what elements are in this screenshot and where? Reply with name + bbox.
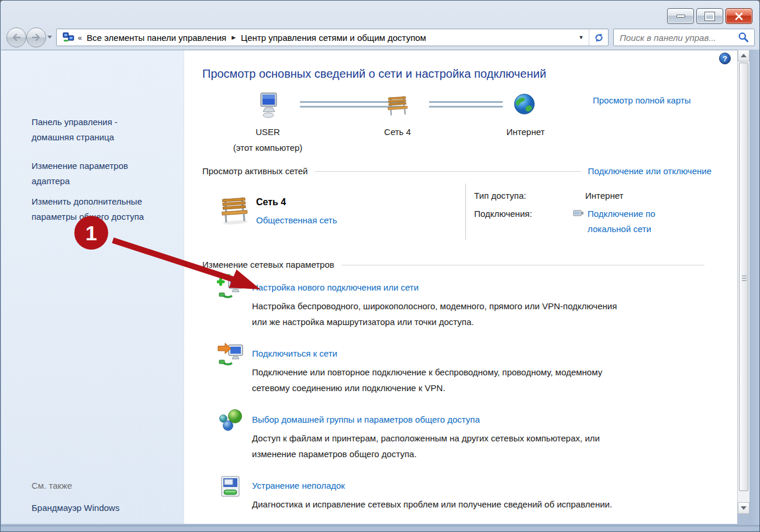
sidebar-item-control-panel-home[interactable]: Панель управления - домашняя страница	[32, 115, 172, 145]
vertical-scrollbar[interactable]	[737, 50, 749, 514]
map-computer-label: USER	[239, 127, 297, 137]
scrollbar-grip-icon	[742, 275, 747, 277]
task-troubleshoot-desc1: Диагностика и исправление сетевых пробле…	[252, 499, 612, 509]
task-homegroup-link[interactable]: Выбор домашней группы и параметров общег…	[252, 414, 480, 424]
help-icon: ?	[723, 54, 727, 63]
connect-disconnect-link[interactable]: Подключение или отключение	[588, 166, 711, 176]
map-link-network-internet	[429, 101, 503, 108]
active-network-bench-icon	[217, 192, 252, 227]
internet-globe-icon[interactable]	[513, 93, 536, 115]
maximize-button[interactable]	[696, 8, 723, 24]
task-connect-desc1: Подключение или повторное подключение к …	[252, 367, 602, 377]
back-arrow-icon	[11, 33, 22, 42]
breadcrumb-item-control-panel[interactable]: Все элементы панели управления	[87, 33, 226, 43]
network-sharing-center-window: « Все элементы панели управления ▶ Центр…	[0, 0, 760, 532]
scrollbar-thumb[interactable]	[739, 63, 748, 491]
refresh-button[interactable]	[589, 29, 608, 46]
back-button[interactable]	[6, 27, 26, 47]
search-input[interactable]	[614, 33, 738, 43]
breadcrumb-separator-icon[interactable]: ▶	[232, 34, 236, 40]
sidebar-item-advanced-sharing-settings[interactable]: Изменить дополнительные параметры общего…	[32, 194, 172, 224]
task-homegroup-desc1: Доступ к файлам и принтерам, расположенн…	[252, 433, 600, 443]
help-button[interactable]: ?	[719, 53, 731, 64]
sidebar: Панель управления - домашняя страница Из…	[1, 50, 184, 524]
network-center-icon	[63, 32, 74, 43]
task-troubleshoot-link[interactable]: Устранение неполадок	[252, 481, 345, 490]
search-box[interactable]	[613, 29, 755, 46]
forward-button[interactable]	[26, 27, 46, 47]
breadcrumb-overflow-chevron[interactable]: «	[78, 33, 82, 42]
task-new-connection-desc1: Настройка беспроводного, широкополосного…	[252, 301, 617, 311]
refresh-icon	[593, 32, 604, 43]
network-settings-header-row: Изменение сетевых параметров	[202, 260, 711, 270]
minimize-button[interactable]	[667, 8, 694, 24]
task-new-connection-desc2: или же настройка маршрутизатора или точк…	[252, 317, 474, 327]
card-divider	[465, 184, 466, 240]
forward-arrow-icon	[31, 33, 42, 42]
map-computer-sublabel: (этот компьютер)	[224, 143, 312, 153]
scroll-up-icon	[741, 54, 747, 57]
recent-pages-dropdown[interactable]	[47, 36, 52, 39]
access-type-label: Тип доступа:	[474, 191, 526, 201]
window-frame-bottom	[1, 525, 759, 532]
troubleshoot-icon[interactable]	[219, 475, 244, 500]
address-dropdown-button[interactable]: ▼	[574, 29, 589, 46]
scroll-down-button[interactable]	[738, 502, 749, 514]
connections-label: Подключения:	[474, 209, 532, 219]
sidebar-item-windows-firewall[interactable]: Брандмауэр Windows	[32, 500, 172, 516]
breadcrumb: « Все элементы панели управления ▶ Центр…	[57, 29, 574, 46]
search-icon[interactable]	[738, 32, 749, 43]
computer-icon[interactable]	[256, 92, 281, 120]
map-network-label: Сеть 4	[368, 127, 427, 137]
breadcrumb-item-network-center[interactable]: Центр управления сетями и общим доступом	[241, 33, 426, 43]
active-networks-header-row: Просмотр активных сетей Подключение или …	[202, 166, 711, 176]
task-connect-link[interactable]: Подключиться к сети	[252, 348, 337, 358]
task-new-connection-link[interactable]: Настройка нового подключения или сети	[252, 282, 419, 292]
lan-connection-link-line2[interactable]: локальной сети	[588, 224, 651, 234]
maximize-icon	[705, 12, 714, 20]
header-rule	[315, 171, 581, 172]
map-internet-label: Интернет	[495, 127, 556, 137]
task-homegroup-desc2: изменение параметров общего доступа.	[252, 449, 417, 459]
connect-to-network-icon[interactable]	[217, 341, 245, 368]
close-icon	[735, 12, 743, 20]
task-connect-desc2: сетевому соединению или подключение к VP…	[252, 383, 445, 393]
header-rule	[341, 265, 704, 265]
network-bench-icon[interactable]	[384, 93, 411, 119]
minimize-icon	[676, 15, 685, 18]
scroll-down-icon	[741, 506, 747, 510]
close-button[interactable]	[726, 8, 752, 24]
lan-connection-link-line1[interactable]: Подключение по	[588, 209, 655, 219]
sidebar-item-change-adapter-settings[interactable]: Изменение параметров адаптера	[32, 158, 172, 189]
see-also-header: См. также	[32, 481, 72, 490]
ethernet-adapter-icon	[573, 209, 585, 217]
full-map-link[interactable]: Просмотр полной карты	[593, 95, 691, 105]
active-networks-header: Просмотр активных сетей	[202, 166, 308, 176]
page-title: Просмотр основных сведений о сети и наст…	[202, 67, 546, 81]
window-frame-right	[749, 50, 760, 525]
new-connection-icon[interactable]	[217, 274, 245, 301]
network-type-link[interactable]: Общественная сеть	[256, 215, 337, 225]
scroll-up-button[interactable]	[738, 50, 749, 61]
access-type-value: Интернет	[585, 191, 623, 201]
homegroup-icon[interactable]	[218, 409, 244, 433]
active-network-name: Сеть 4	[256, 197, 286, 208]
frame-patch	[737, 514, 749, 525]
address-bar[interactable]: « Все элементы панели управления ▶ Центр…	[56, 29, 609, 46]
network-settings-header: Изменение сетевых параметров	[202, 260, 334, 270]
